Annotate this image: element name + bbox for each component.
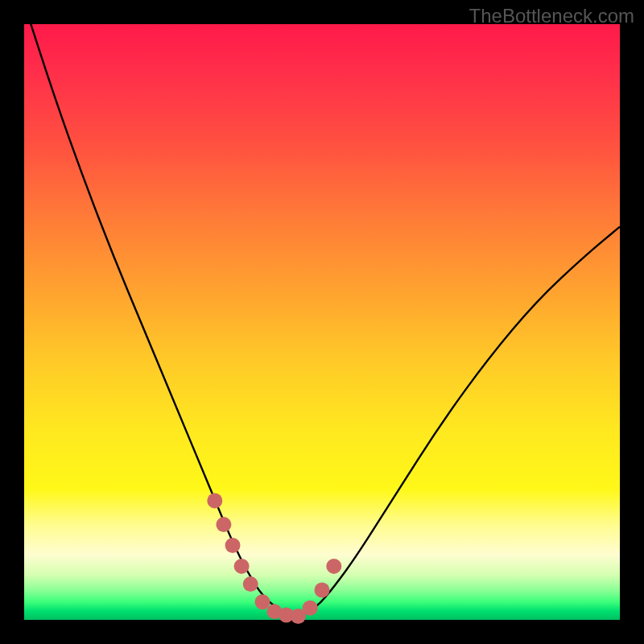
highlight-dot bbox=[303, 601, 318, 616]
highlight-dot bbox=[207, 493, 222, 509]
highlight-dot bbox=[216, 517, 231, 532]
highlight-dot bbox=[243, 576, 258, 592]
curve-right-branch bbox=[298, 227, 620, 617]
watermark-text: TheBottleneck.com bbox=[469, 5, 634, 27]
highlight-markers bbox=[207, 493, 341, 625]
highlight-dot bbox=[315, 583, 330, 598]
outer-frame: TheBottleneck.com bbox=[0, 0, 644, 644]
highlight-dot bbox=[326, 559, 341, 574]
curve-left-branch bbox=[24, 3, 298, 617]
highlight-dot bbox=[225, 538, 241, 553]
curve-layer bbox=[24, 24, 620, 620]
highlight-dot bbox=[255, 594, 270, 609]
highlight-dot bbox=[234, 559, 250, 574]
